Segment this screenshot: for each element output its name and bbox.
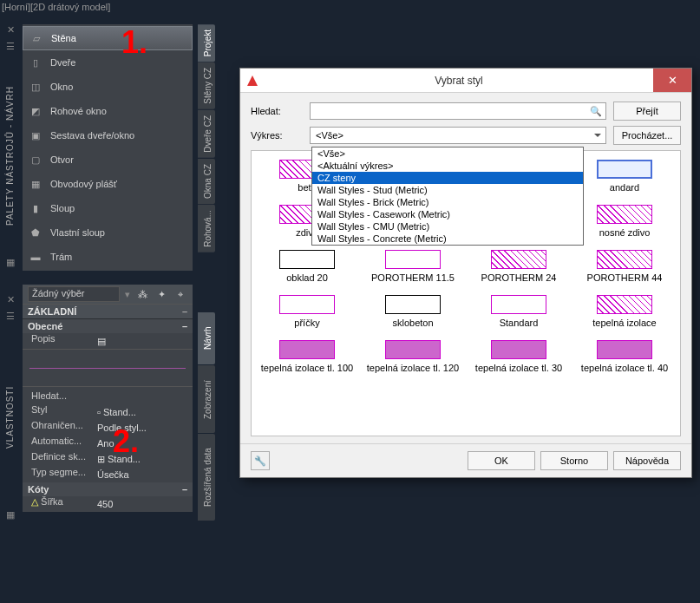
- prop-value[interactable]: ▤: [94, 333, 193, 349]
- quick-select-icon[interactable]: ⁂: [135, 287, 149, 301]
- style-label: andard: [610, 182, 639, 193]
- collapse-icon: –: [182, 321, 187, 331]
- prop-row[interactable]: Ohraničen... Podle styl...: [23, 420, 193, 436]
- props-tab[interactable]: Zobrazení: [198, 365, 215, 433]
- style-label: příčky: [294, 318, 319, 328]
- props-tab[interactable]: Rozšířená data: [198, 434, 215, 521]
- prop-value[interactable]: Ano: [94, 436, 193, 451]
- props-close-icon[interactable]: ✕: [0, 294, 21, 305]
- tool-item-curtain[interactable]: ▦ Obvodový plášť: [23, 172, 193, 196]
- style-cell[interactable]: POROTHERM 24: [468, 250, 569, 283]
- prop-row[interactable]: Styl ▫Stand...: [23, 404, 193, 420]
- search-link[interactable]: Hledat...: [23, 387, 193, 404]
- prop-row[interactable]: △ Šířka 450: [23, 496, 193, 512]
- style-swatch: [597, 160, 652, 179]
- prop-value[interactable]: ⊞Stand...: [94, 451, 193, 467]
- search-input[interactable]: 🔍: [310, 102, 606, 120]
- custom-column-icon: ⬟: [28, 225, 43, 240]
- style-cell[interactable]: příčky: [257, 295, 357, 328]
- section-basic[interactable]: ZÁKLADNÍ –: [23, 304, 193, 319]
- style-cell[interactable]: tepelná izolace tl. 30: [468, 340, 569, 373]
- ok-button[interactable]: OK: [468, 451, 535, 470]
- tool-item-corner-window[interactable]: ◩ Rohové okno: [23, 99, 193, 123]
- sub-general[interactable]: Obecné –: [23, 319, 193, 333]
- browse-button[interactable]: Procházet...: [613, 126, 681, 145]
- help-button[interactable]: Nápověda: [613, 451, 681, 470]
- props-options-icon[interactable]: ☰: [0, 311, 21, 322]
- style-cell[interactable]: obklad 20: [257, 250, 357, 283]
- drawing-label: Výkres:: [251, 130, 303, 141]
- style-cell[interactable]: tepelná izolace tl. 40: [574, 340, 675, 373]
- dialog-close-button[interactable]: ✕: [653, 69, 691, 92]
- palette-tab[interactable]: Okna CZ: [198, 159, 215, 204]
- palette-tab[interactable]: Stěny CZ: [198, 62, 215, 109]
- prop-row[interactable]: Typ segme... Úsečka: [23, 467, 193, 482]
- dock-tab-properties[interactable]: VLASTNOSTI: [0, 331, 19, 504]
- selection-combo[interactable]: Žádný výběr: [28, 286, 120, 302]
- dropdown-option[interactable]: <Vše>: [312, 147, 583, 160]
- palette-tab[interactable]: Rohová...: [198, 205, 215, 252]
- prop-row[interactable]: Definice sk... ⊞Stand...: [23, 451, 193, 467]
- tool-item-window[interactable]: ◫ Okno: [23, 75, 193, 99]
- style-cell[interactable]: POROTHERM 11.5: [363, 250, 463, 283]
- style-swatch: [597, 340, 652, 359]
- go-button[interactable]: Přejít: [613, 102, 681, 121]
- dropdown-arrow-icon[interactable]: ▾: [125, 289, 130, 300]
- prop-value[interactable]: ▫Stand...: [94, 404, 193, 420]
- palette-toggle-icon[interactable]: ▦: [0, 257, 21, 268]
- prop-value[interactable]: Podle styl...: [94, 420, 193, 436]
- dropdown-option[interactable]: Wall Styles - CMU (Metric): [312, 220, 583, 233]
- style-cell[interactable]: tepelná izolace: [574, 295, 675, 328]
- props-tab[interactable]: Návrh: [198, 312, 215, 364]
- select-similar-icon[interactable]: ✦: [154, 287, 168, 301]
- tool-item-beam[interactable]: ▬ Trám: [23, 245, 193, 269]
- drawing-combo[interactable]: <Vše>: [310, 127, 606, 144]
- drawing-dropdown[interactable]: <Vše> <Aktuální výkres> CZ steny Wall St…: [311, 147, 584, 246]
- style-cell[interactable]: nosné zdivo: [574, 205, 675, 238]
- dropdown-option[interactable]: <Aktuální výkres>: [312, 160, 583, 172]
- dropdown-option[interactable]: Wall Styles - Concrete (Metric): [312, 233, 583, 245]
- props-toggle-icon[interactable]: ▦: [0, 509, 21, 521]
- palette-tab[interactable]: Projekt: [198, 24, 215, 62]
- dropdown-option[interactable]: CZ steny: [312, 172, 583, 184]
- sub-label: Obecné: [28, 321, 62, 331]
- palette-close-icon[interactable]: ✕: [0, 24, 21, 36]
- dropdown-option[interactable]: Wall Styles - Casework (Metric): [312, 208, 583, 220]
- cancel-button[interactable]: Storno: [540, 451, 608, 470]
- style-cell[interactable]: tepelná izolace tl. 120: [363, 340, 463, 373]
- settings-button[interactable]: 🔧: [251, 451, 270, 470]
- dock-tab-palettes[interactable]: PALETY NÁSTROJŮ - NÁVRH: [0, 61, 19, 252]
- palette-options-icon[interactable]: ☰: [0, 41, 21, 52]
- panel-stack: ▱ Stěna ▯ Dveře ◫ Okno ◩ Rohové okno ▣ S…: [23, 24, 196, 512]
- tool-item-column[interactable]: ▮ Sloup: [23, 196, 193, 220]
- dropdown-option[interactable]: Wall Styles - Brick (Metric): [312, 196, 583, 208]
- object-viewer-icon[interactable]: ⌖: [173, 287, 187, 301]
- tool-item-assembly[interactable]: ▣ Sestava dveře/okno: [23, 123, 193, 147]
- style-cell[interactable]: Standard: [468, 295, 569, 328]
- prop-value[interactable]: Úsečka: [94, 467, 193, 482]
- tool-label: Rohové okno: [50, 106, 107, 116]
- prop-value[interactable]: 450: [94, 496, 193, 512]
- style-cell[interactable]: andard: [574, 160, 675, 193]
- style-cell[interactable]: tepelná izolace tl. 100: [257, 340, 357, 373]
- style-icon: ▫: [97, 407, 101, 417]
- properties-tab-strip: Návrh Zobrazení Rozšířená data: [198, 312, 215, 521]
- column-icon: ▮: [28, 200, 43, 216]
- search-icon[interactable]: 🔍: [590, 106, 602, 117]
- style-label: tepelná izolace tl. 100: [261, 363, 353, 373]
- tool-item-wall[interactable]: ▱ Stěna: [23, 26, 193, 50]
- style-cell[interactable]: sklobeton: [363, 295, 463, 328]
- tool-label: Otvor: [50, 154, 74, 165]
- prop-row-popis[interactable]: Popis ▤: [23, 333, 193, 349]
- prop-label: Automatic...: [23, 436, 94, 451]
- dropdown-option[interactable]: Wall Styles - Stud (Metric): [312, 184, 583, 196]
- style-swatch: [279, 250, 335, 269]
- palette-tab[interactable]: Dveře CZ: [198, 110, 215, 158]
- prop-row[interactable]: Automatic... Ano: [23, 436, 193, 451]
- section-dims[interactable]: Kóty –: [23, 482, 193, 496]
- tool-item-opening[interactable]: ▢ Otvor: [23, 147, 193, 172]
- dialog-titlebar[interactable]: Vybrat styl ✕: [240, 69, 691, 93]
- style-cell[interactable]: POROTHERM 44: [574, 250, 675, 283]
- tool-item-custom-column[interactable]: ⬟ Vlastní sloup: [23, 220, 193, 245]
- tool-item-door[interactable]: ▯ Dveře: [23, 50, 193, 75]
